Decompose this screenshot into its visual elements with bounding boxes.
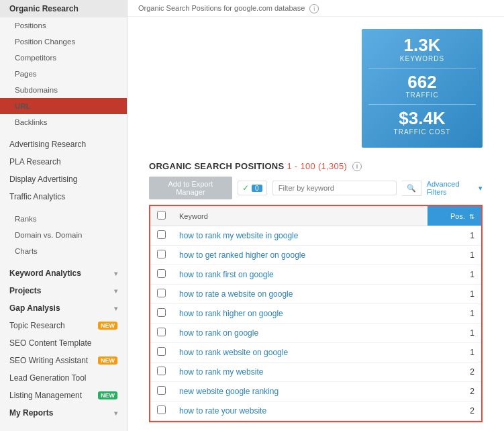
row-checkbox-cell-6 xyxy=(150,343,172,363)
row-checkbox-cell-7 xyxy=(150,363,172,382)
sidebar-traffic-analytics[interactable]: Traffic Analytics xyxy=(0,188,127,205)
sidebar-item-backlinks[interactable]: Backlinks xyxy=(0,114,127,130)
keyword-link-2[interactable]: how to rank first on google xyxy=(179,270,274,279)
positions-info-icon[interactable]: i xyxy=(352,162,362,171)
header-info-icon[interactable]: i xyxy=(309,4,319,13)
select-all-checkbox[interactable] xyxy=(157,211,166,220)
th-keyword: Keyword xyxy=(172,206,427,226)
keyword-link-1[interactable]: how to get ranked higher on google xyxy=(179,250,305,260)
keyword-link-3[interactable]: how to rate a website on google xyxy=(179,289,293,299)
sidebar-display-advertising[interactable]: Display Advertising xyxy=(0,171,127,188)
row-checkbox-2[interactable] xyxy=(157,269,166,278)
keyword-cell-8: new website google ranking xyxy=(172,382,427,401)
sidebar-advertising-research[interactable]: Advertising Research xyxy=(0,136,127,153)
row-checkbox-cell-8 xyxy=(150,382,172,401)
row-checkbox-cell-4 xyxy=(150,304,172,324)
row-checkbox-3[interactable] xyxy=(157,289,166,297)
keyword-cell-9: how to rate your website xyxy=(172,401,427,421)
keyword-cell-7: how to rank my website xyxy=(172,363,427,382)
keyword-filter-input[interactable] xyxy=(272,181,397,195)
row-checkbox-cell-9 xyxy=(150,401,172,421)
table-wrapper: Keyword Pos. ⇅ how to rank my website in… xyxy=(149,205,483,422)
pos-cell-3: 1 xyxy=(427,285,481,304)
sidebar-domain-vs-domain[interactable]: Domain vs. Domain xyxy=(0,227,127,243)
table-row: how to rank first on google 1 xyxy=(150,265,481,285)
table-row: how to rank my website in google 1 xyxy=(150,226,481,246)
row-checkbox-8[interactable] xyxy=(157,386,166,395)
sidebar-keyword-analytics[interactable]: Keyword Analytics ▾ xyxy=(0,265,127,282)
sidebar-lead-generation-tool[interactable]: Lead Generation Tool xyxy=(0,369,127,387)
positions-range: 1 - 100 xyxy=(287,161,315,171)
sidebar-item-positions[interactable]: Positions xyxy=(0,17,127,34)
sidebar-item-competitors[interactable]: Competitors xyxy=(0,50,127,66)
row-checkbox-4[interactable] xyxy=(157,308,166,317)
row-checkbox-5[interactable] xyxy=(157,328,166,336)
sidebar-item-url[interactable]: URL xyxy=(0,98,127,114)
keyword-cell-1: how to get ranked higher on google xyxy=(172,246,427,265)
row-checkbox-0[interactable] xyxy=(157,230,166,239)
table-row: how to get ranked higher on google 1 xyxy=(150,246,481,265)
th-checkbox xyxy=(150,206,172,226)
management-section-header: MANAGEMENT xyxy=(0,427,127,431)
chevron-icon-reports: ▾ xyxy=(114,410,117,417)
row-checkbox-9[interactable] xyxy=(157,405,166,414)
row-checkbox-cell-0 xyxy=(150,226,172,246)
positions-table: Keyword Pos. ⇅ how to rank my website in… xyxy=(150,206,481,421)
row-checkbox-cell-2 xyxy=(150,265,172,285)
pos-cell-4: 1 xyxy=(427,304,481,324)
sidebar-pla-research[interactable]: PLA Research xyxy=(0,153,127,171)
sidebar-charts[interactable]: Charts xyxy=(0,243,127,259)
keywords-label: KEYWORDS xyxy=(368,55,476,62)
positions-title: ORGANIC SEARCH POSITIONS 1 - 100 (1,305)… xyxy=(149,161,483,172)
table-row: how to rank on google 1 xyxy=(150,324,481,343)
keyword-link-0[interactable]: how to rank my website in google xyxy=(179,231,298,240)
main-header: Organic Search Positions for google.com … xyxy=(128,0,504,17)
table-row: how to rank website on google 1 xyxy=(150,343,481,363)
sidebar-seo-writing-assistant[interactable]: SEO Writing Assistant NEW xyxy=(0,352,127,369)
keyword-link-4[interactable]: how to rank higher on google xyxy=(179,309,283,318)
table-row: how to rate your website 2 xyxy=(150,401,481,421)
positions-section: ORGANIC SEARCH POSITIONS 1 - 100 (1,305)… xyxy=(138,154,493,430)
table-row: new website google ranking 2 xyxy=(150,382,481,401)
table-row: how to rate a website on google 1 xyxy=(150,285,481,304)
keyword-cell-0: how to rank my website in google xyxy=(172,226,427,246)
th-pos[interactable]: Pos. ⇅ xyxy=(427,206,481,226)
chevron-down-icon: ▾ xyxy=(478,184,483,193)
check-icon: ✓ xyxy=(242,183,249,193)
sidebar-ranks[interactable]: Ranks xyxy=(0,211,127,227)
sidebar-seo-content-template[interactable]: SEO Content Template xyxy=(0,334,127,352)
filter-check-container: ✓ 0 xyxy=(238,181,267,195)
traffic-cost-value: $3.4K xyxy=(368,109,476,128)
sidebar-item-subdomains[interactable]: Subdomains xyxy=(0,82,127,98)
row-checkbox-1[interactable] xyxy=(157,250,166,258)
keyword-link-8[interactable]: new website google ranking xyxy=(179,387,279,396)
pos-cell-1: 1 xyxy=(427,246,481,265)
sidebar-my-reports[interactable]: My Reports ▾ xyxy=(0,404,127,422)
keyword-link-7[interactable]: how to rank my website xyxy=(179,367,263,377)
sidebar-listing-management[interactable]: Listing Management NEW xyxy=(0,387,127,404)
row-checkbox-7[interactable] xyxy=(157,367,166,375)
advanced-filters[interactable]: Advanced Filters ▾ xyxy=(427,180,483,196)
export-button[interactable]: Add to Export Manager xyxy=(149,177,232,199)
stats-divider-1 xyxy=(368,68,476,68)
keyword-link-6[interactable]: how to rank website on google xyxy=(179,348,288,357)
pos-cell-7: 2 xyxy=(427,363,481,382)
keyword-cell-5: how to rank on google xyxy=(172,324,427,343)
pos-cell-2: 1 xyxy=(427,265,481,285)
keyword-link-9[interactable]: how to rate your website xyxy=(179,406,266,416)
sidebar-organic-research[interactable]: Organic Research xyxy=(0,0,127,17)
keyword-cell-4: how to rank higher on google xyxy=(172,304,427,324)
search-button[interactable]: 🔍 xyxy=(402,181,421,196)
chevron-icon-projects: ▾ xyxy=(114,287,117,295)
sidebar-item-position-changes[interactable]: Position Changes xyxy=(0,34,127,50)
sidebar-projects[interactable]: Projects ▾ xyxy=(0,282,127,299)
traffic-value: 662 xyxy=(368,73,476,92)
sidebar-item-pages[interactable]: Pages xyxy=(0,66,127,82)
row-checkbox-6[interactable] xyxy=(157,347,166,356)
sidebar-gap-analysis[interactable]: Gap Analysis ▾ xyxy=(0,299,127,317)
keyword-cell-3: how to rate a website on google xyxy=(172,285,427,304)
sidebar-topic-research[interactable]: Topic Research NEW xyxy=(0,317,127,334)
stats-divider-2 xyxy=(368,104,476,105)
traffic-label: TRAFFIC xyxy=(368,91,476,99)
keyword-link-5[interactable]: how to rank on google xyxy=(179,328,258,338)
